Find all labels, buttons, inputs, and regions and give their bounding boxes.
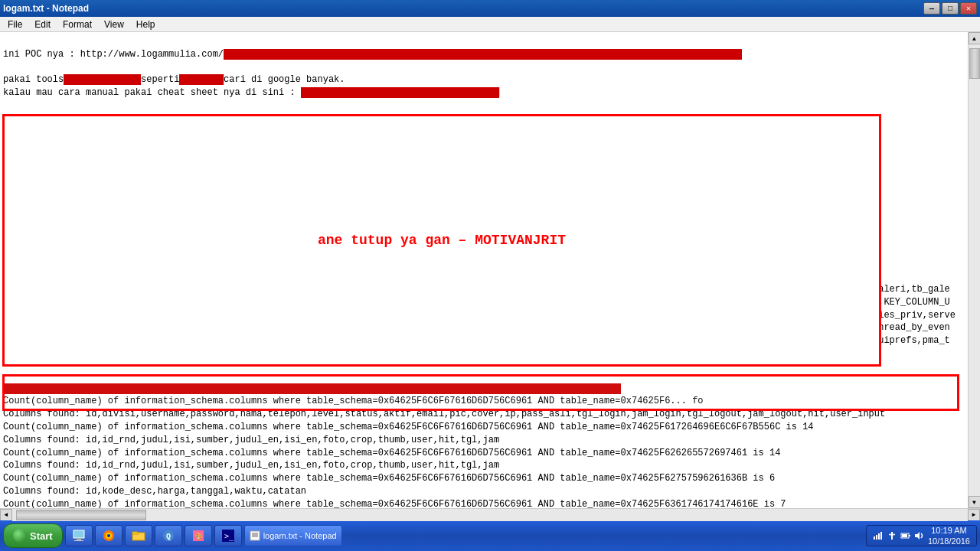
motivanjrit-text: ane tutup ya gan – MOTIVANJRIT — [318, 233, 566, 248]
svg-rect-18 — [874, 536, 875, 540]
svg-rect-21 — [880, 532, 882, 540]
show-desktop-button[interactable] — [65, 525, 93, 546]
cmd-icon: >_ — [220, 528, 236, 543]
scroll-down-arrow[interactable]: ▼ — [969, 496, 981, 508]
notepad-taskbar-label: logam.txt - Notepad — [263, 531, 337, 540]
system-tray[interactable]: 10:19 AM 10/18/2016 — [866, 525, 977, 546]
clock-date: 10/18/2016 — [928, 536, 970, 546]
svg-rect-7 — [132, 532, 138, 534]
taskbar: Start Q 🎨 >_ logam.txt - Notepad — [0, 520, 980, 551]
svg-rect-19 — [876, 535, 877, 540]
scroll-thumb-v[interactable] — [969, 48, 980, 79]
start-orb-icon — [13, 529, 27, 543]
system-clock: 10:19 AM 10/18/2016 — [928, 525, 970, 547]
firefox-icon — [101, 528, 116, 543]
svg-rect-0 — [74, 530, 84, 538]
svg-rect-14 — [250, 531, 260, 540]
paint-icon: 🎨 — [191, 528, 206, 543]
notepad-taskbar-icon — [250, 530, 260, 541]
qbittorrent-icon: Q — [161, 528, 176, 543]
vertical-scrollbar[interactable]: ▲ ▼ — [968, 32, 980, 508]
svg-rect-26 — [902, 534, 907, 537]
minimize-button[interactable]: — — [923, 2, 940, 15]
scroll-left-arrow[interactable]: ◄ — [0, 509, 12, 521]
red-highlight-box-1: ane tutup ya gan – MOTIVANJRIT — [2, 114, 881, 367]
svg-rect-23 — [889, 534, 895, 535]
menu-bar: File Edit Format View Help — [0, 17, 980, 32]
scroll-up-arrow[interactable]: ▲ — [969, 32, 981, 44]
red-highlight-box-2 — [2, 374, 959, 411]
window-title: logam.txt - Notepad — [3, 3, 89, 14]
tray-icons — [873, 530, 925, 541]
folder-icon — [131, 528, 146, 543]
scroll-track-v[interactable] — [969, 44, 981, 496]
svg-text:🎨: 🎨 — [194, 532, 203, 541]
svg-rect-25 — [909, 535, 910, 536]
start-button[interactable]: Start — [3, 523, 63, 548]
qbittorrent-button[interactable]: Q — [155, 525, 182, 546]
explorer-button[interactable] — [125, 525, 152, 546]
svg-rect-20 — [878, 533, 880, 540]
menu-help[interactable]: Help — [130, 18, 162, 31]
menu-file[interactable]: File — [2, 18, 28, 31]
desktop-icon — [71, 528, 87, 543]
window-controls: — □ ✕ — [923, 2, 977, 15]
scroll-track-h[interactable] — [12, 509, 968, 521]
cmd-button[interactable]: >_ — [214, 525, 242, 546]
editor-area: ini POC nya : http://www.logammulia.com/… — [0, 32, 980, 508]
svg-rect-1 — [77, 538, 81, 540]
menu-view[interactable]: View — [98, 18, 130, 31]
maximize-button[interactable]: □ — [942, 2, 959, 15]
network-icon — [873, 530, 884, 541]
svg-marker-27 — [915, 532, 920, 540]
paint-button[interactable]: 🎨 — [185, 525, 212, 546]
scroll-thumb-h[interactable] — [16, 510, 146, 520]
svg-text:Q: Q — [166, 533, 171, 541]
close-button[interactable]: ✕ — [960, 2, 977, 15]
svg-rect-2 — [74, 540, 83, 541]
battery-icon — [900, 530, 911, 541]
firefox-button[interactable] — [95, 525, 122, 546]
clock-time: 10:19 AM — [928, 525, 970, 536]
scroll-right-arrow[interactable]: ► — [968, 509, 980, 521]
signal-icon — [887, 530, 897, 541]
notepad-taskbar-button[interactable]: logam.txt - Notepad — [244, 525, 342, 546]
editor-content[interactable]: ini POC nya : http://www.logammulia.com/… — [0, 32, 968, 508]
menu-format[interactable]: Format — [57, 18, 98, 31]
start-label: Start — [30, 530, 53, 542]
horizontal-scrollbar[interactable]: ◄ ► — [0, 508, 980, 520]
volume-icon — [914, 530, 925, 541]
title-bar: logam.txt - Notepad — □ ✕ — [0, 0, 980, 17]
svg-text:>_: >_ — [224, 532, 234, 541]
svg-point-5 — [107, 534, 110, 537]
menu-edit[interactable]: Edit — [28, 18, 57, 31]
